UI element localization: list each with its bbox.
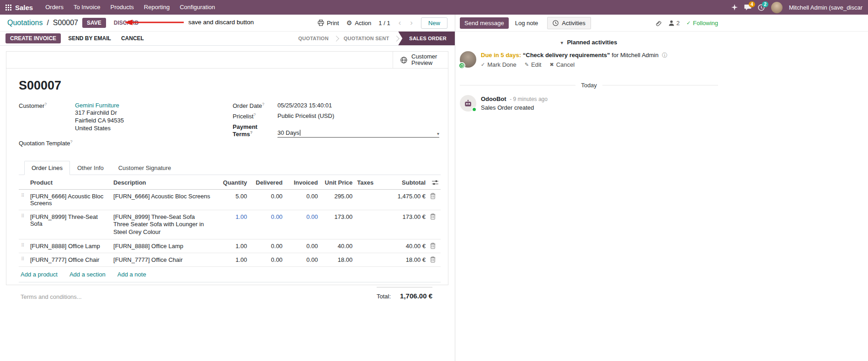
menu-to-invoice[interactable]: To Invoice — [69, 0, 106, 15]
save-button[interactable]: SAVE — [82, 18, 106, 28]
cell-description[interactable]: [FURN_7777] Office Chair — [111, 253, 221, 267]
cell-quantity[interactable]: 1.00 — [221, 239, 250, 253]
cell-invoiced[interactable]: 0.00 — [285, 239, 320, 253]
activity-avatar[interactable] — [460, 51, 476, 68]
cell-unit-price[interactable]: 295.00 — [320, 190, 355, 210]
breadcrumb-quotations[interactable]: Quotations — [7, 19, 43, 27]
cell-taxes[interactable] — [355, 190, 386, 210]
stage-quotation-sent[interactable]: QUOTATION SENT — [337, 32, 396, 45]
add-note-link[interactable]: Add a note — [117, 271, 146, 278]
chevron-down-icon[interactable]: ▾ — [437, 131, 439, 136]
info-icon[interactable]: ⓘ — [662, 52, 667, 58]
customer-link[interactable]: Gemini Furniture — [75, 102, 119, 109]
planned-activities-header[interactable]: ▾ Planned activities — [460, 32, 718, 50]
print-button[interactable]: Print — [318, 20, 339, 27]
cell-delivered[interactable]: 0.00 — [250, 210, 285, 239]
add-product-link[interactable]: Add a product — [21, 271, 58, 278]
col-subtotal[interactable]: Subtotal — [386, 176, 428, 190]
tab-customer-signature[interactable]: Customer Signature — [111, 161, 179, 175]
cell-delivered[interactable]: 0.00 — [250, 239, 285, 253]
stage-quotation[interactable]: QUOTATION — [292, 32, 335, 45]
optional-columns-button[interactable] — [428, 176, 441, 190]
customer-preview-button[interactable]: Customer Preview — [393, 52, 448, 68]
pricelist-value[interactable]: Public Pricelist (USD) — [277, 112, 334, 120]
cell-subtotal[interactable]: 40.00 € — [386, 239, 428, 253]
cell-quantity[interactable]: 1.00 — [221, 253, 250, 267]
cell-product[interactable]: [FURN_8999] Three-Seat Sofa — [28, 210, 111, 239]
messages-icon[interactable]: 4 — [744, 4, 751, 11]
cancel-activity-button[interactable]: ✖ Cancel — [549, 61, 575, 68]
delete-row-icon[interactable] — [430, 243, 438, 249]
cell-invoiced[interactable]: 0.00 — [285, 253, 320, 267]
tab-order-lines[interactable]: Order Lines — [24, 161, 70, 175]
cell-product[interactable]: [FURN_7777] Office Chair — [28, 253, 111, 267]
col-quantity[interactable]: Quantity — [221, 176, 250, 190]
cell-product[interactable]: [FURN_6666] Acoustic Bloc Screens — [28, 190, 111, 210]
cell-product[interactable]: [FURN_8888] Office Lamp — [28, 239, 111, 253]
cell-quantity[interactable]: 1.00 — [221, 210, 250, 239]
cell-unit-price[interactable]: 40.00 — [320, 239, 355, 253]
cell-quantity[interactable]: 5.00 — [221, 190, 250, 210]
terms-placeholder[interactable]: Terms and conditions... — [21, 284, 82, 300]
user-avatar[interactable] — [771, 2, 783, 13]
sparkle-icon[interactable] — [731, 4, 738, 11]
drag-handle-icon[interactable]: ⠿ — [19, 253, 28, 267]
stage-sales-order[interactable]: SALES ORDER — [398, 32, 455, 45]
log-note-button[interactable]: Log note — [511, 17, 543, 29]
attachment-button[interactable] — [655, 20, 661, 27]
cell-delivered[interactable]: 0.00 — [250, 253, 285, 267]
tab-other-info[interactable]: Other Info — [70, 161, 111, 175]
cell-subtotal[interactable]: 18.00 € — [386, 253, 428, 267]
send-message-button[interactable]: Send message — [460, 17, 509, 29]
customer-field[interactable]: Gemini Furniture 317 Fairchild Dr Fairfi… — [75, 102, 124, 132]
cell-description[interactable]: [FURN_8999] Three-Seat Sofa Three Seater… — [111, 210, 221, 239]
activities-tab[interactable]: Activities — [547, 17, 591, 29]
activity-clock-icon[interactable]: 2 — [758, 4, 765, 11]
odoobot-avatar[interactable] — [460, 95, 476, 111]
apps-grid-icon[interactable] — [5, 5, 11, 11]
cancel-button[interactable]: CANCEL — [118, 33, 147, 43]
user-name[interactable]: Mitchell Admin (save_discar — [789, 4, 863, 11]
cell-subtotal[interactable]: 1,475.00 € — [386, 190, 428, 210]
menu-products[interactable]: Products — [105, 0, 138, 15]
action-button[interactable]: ⚙ Action — [346, 19, 372, 27]
discard-button[interactable]: DISCARD — [110, 18, 143, 28]
payment-terms-input[interactable]: 30 Days ▾ — [277, 123, 439, 138]
col-product[interactable]: Product — [28, 176, 111, 190]
menu-configuration[interactable]: Configuration — [175, 0, 220, 15]
col-description[interactable]: Description — [111, 176, 221, 190]
followers-button[interactable]: 2 — [668, 20, 680, 27]
order-date-value[interactable]: 05/25/2023 15:40:01 — [277, 102, 332, 109]
pager-next-icon[interactable]: › — [409, 18, 414, 27]
cell-taxes[interactable] — [355, 253, 386, 267]
message-author[interactable]: OdooBot — [481, 96, 506, 102]
cell-invoiced[interactable]: 0.00 — [285, 190, 320, 210]
menu-reporting[interactable]: Reporting — [139, 0, 175, 15]
delete-row-icon[interactable] — [430, 213, 438, 220]
cell-taxes[interactable] — [355, 239, 386, 253]
cell-delivered[interactable]: 0.00 — [250, 190, 285, 210]
drag-handle-icon[interactable]: ⠿ — [19, 210, 28, 239]
cell-unit-price[interactable]: 18.00 — [320, 253, 355, 267]
col-delivered[interactable]: Delivered — [250, 176, 285, 190]
delete-row-icon[interactable] — [430, 256, 438, 263]
cell-description[interactable]: [FURN_8888] Office Lamp — [111, 239, 221, 253]
new-button[interactable]: New — [421, 17, 447, 29]
drag-handle-icon[interactable]: ⠿ — [19, 239, 28, 253]
col-invoiced[interactable]: Invoiced — [285, 176, 320, 190]
mark-done-button[interactable]: ✓ Mark Done — [481, 61, 517, 68]
cell-taxes[interactable] — [355, 210, 386, 239]
delete-row-icon[interactable] — [430, 193, 438, 199]
send-by-email-button[interactable]: SEND BY EMAIL — [65, 33, 114, 43]
edit-activity-button[interactable]: ✎ Edit — [525, 61, 542, 68]
create-invoice-button[interactable]: CREATE INVOICE — [5, 33, 61, 43]
add-section-link[interactable]: Add a section — [69, 271, 106, 278]
menu-orders[interactable]: Orders — [40, 0, 69, 15]
cell-unit-price[interactable]: 173.00 — [320, 210, 355, 239]
app-name[interactable]: Sales — [15, 4, 33, 11]
pager-prev-icon[interactable]: ‹ — [398, 18, 402, 27]
cell-invoiced[interactable]: 0.00 — [285, 210, 320, 239]
cell-subtotal[interactable]: 173.00 € — [386, 210, 428, 239]
drag-handle-icon[interactable]: ⠿ — [19, 190, 28, 210]
cell-description[interactable]: [FURN_6666] Acoustic Bloc Screens — [111, 190, 221, 210]
